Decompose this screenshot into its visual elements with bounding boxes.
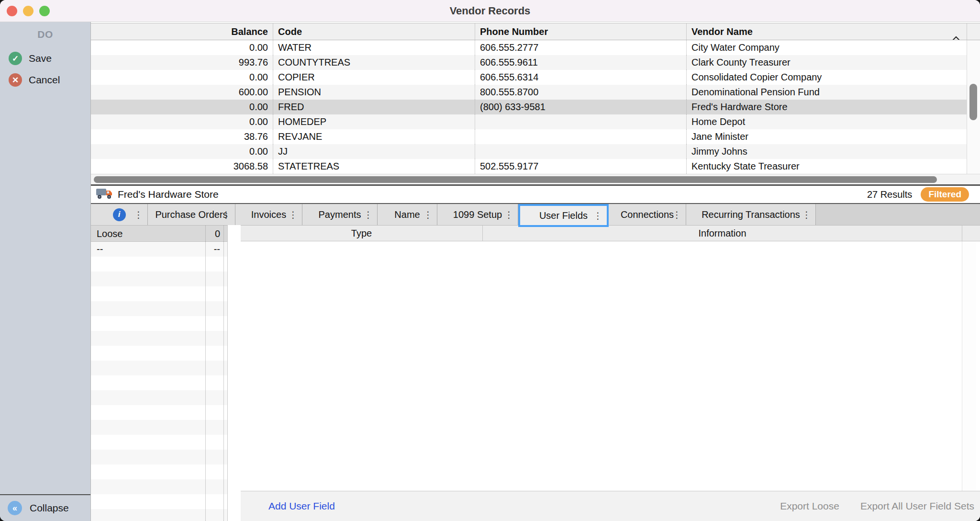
vendor-cell: Home Depot (686, 114, 967, 129)
vendor-cell (475, 129, 686, 144)
truck-icon (96, 187, 113, 202)
info-icon: i (113, 208, 126, 221)
vendor-table-header: Balance Code Phone Number Vendor Name (91, 23, 980, 40)
column-header-type: Type (241, 226, 482, 241)
tab-menu-icon[interactable]: ⋮ (593, 210, 602, 221)
vendor-cell: 3068.58 (91, 159, 273, 174)
tab-user-fields[interactable]: User Fields⋮ (518, 204, 609, 227)
tab-info[interactable]: i ⋮ (91, 204, 148, 225)
column-header-information: Information (482, 226, 962, 241)
fields-scrollbar-track (962, 241, 976, 491)
column-header-balance[interactable]: Balance (91, 23, 273, 40)
tab-menu-icon[interactable]: ⋮ (423, 209, 433, 220)
column-header-vendor-name[interactable]: Vendor Name (686, 23, 967, 40)
add-user-field-link[interactable]: Add User Field (268, 500, 335, 512)
vendor-cell: 606.555.9611 (475, 55, 686, 70)
fields-table-body (241, 241, 980, 491)
vendor-row[interactable]: 38.76REVJANEJane Minister (91, 129, 967, 144)
tab-invoices[interactable]: Invoices⋮ (235, 204, 302, 225)
main-content: Balance Code Phone Number Vendor Name 0.… (91, 22, 980, 521)
tab-menu-icon[interactable]: ⋮ (672, 209, 681, 220)
export-loose-button[interactable]: Export Loose (780, 500, 839, 512)
tabbar-filler (816, 204, 980, 225)
tab-payments[interactable]: Payments⋮ (302, 204, 378, 225)
vendor-row[interactable]: 0.00JJJimmy Johns (91, 144, 967, 159)
vendor-cell: 606.555.2777 (475, 40, 686, 55)
vendor-cell: Kentucky State Treasurer (686, 159, 967, 174)
do-heading: DO (0, 29, 90, 40)
vendor-row[interactable]: 0.00COPIER606.555.6314Consolidated Copie… (91, 70, 967, 85)
column-header-code[interactable]: Code (273, 23, 475, 40)
vendor-row[interactable]: 0.00HOMEDEPHome Depot (91, 114, 967, 129)
export-all-button[interactable]: Export All User Field Sets (860, 500, 974, 512)
cancel-label: Cancel (29, 74, 60, 86)
loose-list-item[interactable]: -- -- (91, 242, 227, 257)
vertical-scrollbar-thumb[interactable] (969, 84, 977, 120)
vendor-row[interactable]: 3068.58STATETREAS502.555.9177Kentucky St… (91, 159, 967, 174)
vendor-cell: 38.76 (91, 129, 273, 144)
tab-menu-icon[interactable]: ⋮ (802, 209, 811, 220)
vendor-cell (475, 144, 686, 159)
vendor-row[interactable]: 0.00FRED(800) 633-9581Fred's Hardware St… (91, 100, 967, 114)
loose-panel: Loose 0 -- -- (91, 225, 228, 521)
vendor-cell: Clark County Treasurer (686, 55, 967, 70)
vendor-cell: HOMEDEP (273, 114, 475, 129)
tab-label: Purchase Orders (155, 209, 227, 220)
collapse-label: Collapse (30, 502, 69, 514)
vendor-cell: 600.00 (91, 85, 273, 100)
detail-tab-bar: i ⋮ Purchase Orders⋮Invoices⋮Payments⋮Na… (91, 204, 980, 225)
user-fields-area: Type Information Add User Field Export L… (241, 225, 980, 521)
cancel-x-icon: ✕ (9, 73, 22, 87)
tab-1099-setup[interactable]: 1099 Setup⋮ (437, 204, 518, 225)
vendor-cell: STATETREAS (273, 159, 475, 174)
save-check-icon: ✓ (9, 52, 22, 65)
vendor-cell: 0.00 (91, 114, 273, 129)
tab-label: Name (394, 209, 420, 220)
tab-menu-icon[interactable]: ⋮ (134, 209, 143, 220)
vendor-cell: 0.00 (91, 100, 273, 114)
collapse-chevrons-icon: « (8, 501, 22, 515)
vendor-cell: WATER (273, 40, 475, 55)
vendor-table-horizontal-scrollbar (91, 174, 980, 184)
loose-column-separator (205, 226, 206, 521)
loose-item-value: -- (214, 242, 220, 257)
tab-menu-icon[interactable]: ⋮ (364, 209, 373, 220)
loose-panel-header[interactable]: Loose 0 (91, 226, 227, 242)
save-button[interactable]: ✓ Save (9, 52, 90, 65)
tab-purchase-orders[interactable]: Purchase Orders⋮ (148, 204, 235, 225)
vendor-cell: 0.00 (91, 144, 273, 159)
vendor-row[interactable]: 993.76COUNTYTREAS606.555.9611Clark Count… (91, 55, 967, 70)
tab-connections[interactable]: Connections⋮ (609, 204, 686, 225)
column-header-phone[interactable]: Phone Number (475, 23, 686, 40)
detail-header: Fred's Hardware Store 27 Results Filtere… (91, 186, 980, 203)
filtered-badge[interactable]: Filtered (921, 187, 969, 202)
vendor-cell: 0.00 (91, 70, 273, 85)
vendor-cell: PENSION (273, 85, 475, 100)
tab-menu-icon[interactable]: ⋮ (504, 209, 513, 220)
vendor-cell: City Water Company (686, 40, 967, 55)
vendor-cell: Fred's Hardware Store (686, 100, 967, 114)
window-title: Vendor Records (0, 0, 980, 22)
tab-menu-icon[interactable]: ⋮ (222, 209, 231, 220)
tab-recurring-transactions[interactable]: Recurring Transactions⋮ (686, 204, 816, 225)
tab-label: Payments (319, 209, 361, 220)
detail-body: Loose 0 -- -- Type Information (91, 225, 980, 521)
vendor-row[interactable]: 0.00WATER606.555.2777City Water Company (91, 40, 967, 55)
selected-vendor-name: Fred's Hardware Store (118, 189, 219, 200)
vendor-cell: COUNTYTREAS (273, 55, 475, 70)
tab-name[interactable]: Name⋮ (378, 204, 437, 225)
vendor-cell: 0.00 (91, 40, 273, 55)
tab-label: Invoices (251, 209, 286, 220)
vendor-cell: Denominational Pension Fund (686, 85, 967, 100)
vendor-row[interactable]: 600.00PENSION800.555.8700Denominational … (91, 85, 967, 100)
vendor-cell: Jane Minister (686, 129, 967, 144)
horizontal-scrollbar-thumb[interactable] (94, 176, 937, 183)
save-label: Save (29, 53, 52, 64)
cancel-button[interactable]: ✕ Cancel (9, 73, 90, 87)
loose-item-label: -- (97, 244, 103, 254)
collapse-button[interactable]: « Collapse (0, 494, 90, 521)
vendor-table-vertical-scrollbar (967, 40, 980, 174)
tab-menu-icon[interactable]: ⋮ (289, 209, 298, 220)
vendor-cell: 993.76 (91, 55, 273, 70)
loose-count: 0 (215, 226, 220, 242)
